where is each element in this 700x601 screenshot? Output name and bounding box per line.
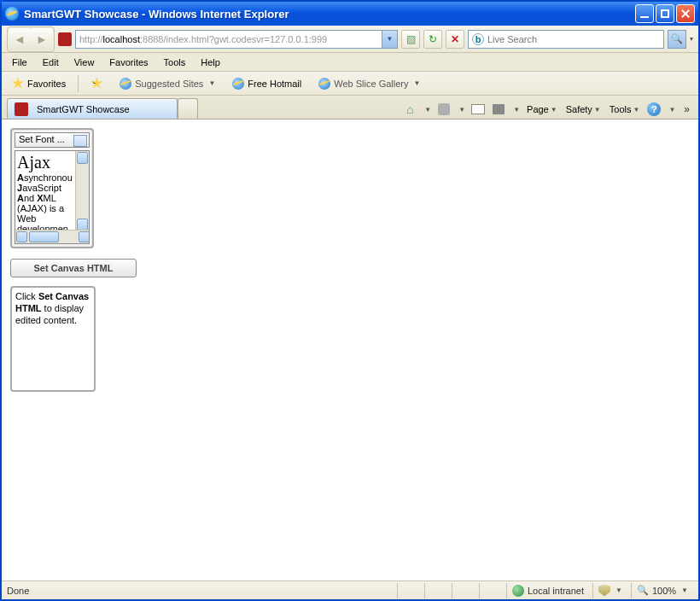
- browser-window: SmartGWT Showcase - Windows Internet Exp…: [0, 0, 700, 601]
- address-dropdown[interactable]: ▼: [382, 30, 398, 49]
- back-button[interactable]: ◄: [9, 28, 31, 50]
- close-button[interactable]: [676, 4, 695, 23]
- favorites-button[interactable]: Favorites: [7, 76, 71, 91]
- read-mail-icon[interactable]: [470, 102, 486, 117]
- rich-text-area[interactable]: Ajax Asynchronou JavaScript And XML (AJA…: [15, 150, 90, 244]
- favorites-bar: Favorites Suggested Sites ▼ Free Hotmail…: [2, 72, 698, 96]
- free-hotmail-link[interactable]: Free Hotmail: [227, 76, 306, 91]
- suggested-sites-label: Suggested Sites: [135, 79, 203, 89]
- ie-icon: [232, 78, 244, 90]
- search-box[interactable]: b Live Search: [468, 30, 664, 49]
- editor-heading: Ajax: [17, 153, 50, 172]
- favorites-label: Favorites: [27, 79, 66, 89]
- menu-favorites[interactable]: Favorites: [102, 55, 155, 69]
- url-host: localhost: [103, 34, 140, 44]
- minimize-button[interactable]: [635, 4, 654, 23]
- menu-file[interactable]: File: [5, 55, 34, 69]
- feeds-icon[interactable]: [436, 102, 452, 117]
- search-placeholder: Live Search: [487, 34, 537, 44]
- star-plus-icon: [90, 78, 102, 90]
- search-button[interactable]: 🔍: [668, 30, 686, 49]
- status-cell: [479, 583, 503, 598]
- chevron-down-icon: ▼: [208, 79, 215, 87]
- status-cell: [397, 583, 421, 598]
- web-slice-label: Web Slice Gallery: [334, 79, 408, 89]
- bing-icon: b: [472, 33, 484, 45]
- web-slice-link[interactable]: Web Slice Gallery ▼: [313, 76, 425, 91]
- set-canvas-button-label: Set Canvas HTML: [34, 263, 114, 273]
- stop-button[interactable]: ✕: [446, 30, 464, 49]
- ie-icon: [318, 78, 330, 90]
- free-hotmail-label: Free Hotmail: [248, 79, 301, 89]
- status-text: Done: [7, 586, 29, 596]
- ie-icon: [120, 78, 131, 90]
- zoom-control[interactable]: 100% ▼: [631, 583, 693, 598]
- menu-bar: File Edit View Favorites Tools Help: [2, 53, 698, 72]
- set-canvas-html-button[interactable]: Set Canvas HTML: [10, 259, 137, 277]
- safety-menu[interactable]: Safety▼: [564, 102, 603, 116]
- status-cell: [452, 583, 475, 598]
- zoom-level: 100%: [652, 586, 676, 596]
- site-icon: [15, 102, 28, 116]
- tab-smartgwt-showcase[interactable]: SmartGWT Showcase: [7, 98, 178, 119]
- security-zone[interactable]: Local intranet: [506, 583, 589, 598]
- menu-view[interactable]: View: [67, 55, 102, 69]
- tools-menu[interactable]: Tools▼: [608, 102, 642, 116]
- font-combo-label: Set Font ...: [19, 134, 65, 144]
- forward-button[interactable]: ►: [31, 28, 53, 50]
- tab-bar: SmartGWT Showcase ⌂▼ ▼ ▼ Page▼ Safety▼ T…: [2, 96, 698, 120]
- home-icon[interactable]: ⌂: [402, 102, 417, 117]
- tab-title: SmartGWT Showcase: [37, 104, 130, 114]
- chevron-down-icon: ▼: [413, 79, 420, 87]
- page-content: Set Font ... Ajax Asynchronou JavaScript…: [2, 120, 698, 581]
- status-bar: Done Local intranet ▼ 100% ▼: [2, 581, 698, 599]
- zoom-icon: [637, 585, 649, 596]
- page-menu[interactable]: Page▼: [525, 102, 559, 116]
- url-protocol: http://: [79, 34, 103, 44]
- shield-icon: [598, 585, 610, 597]
- window-title: SmartGWT Showcase - Windows Internet Exp…: [24, 8, 635, 20]
- site-icon: [58, 32, 72, 46]
- menu-help[interactable]: Help: [194, 55, 227, 69]
- nav-toolbar: ◄ ► http://localhost:8888/index.html?gwt…: [2, 26, 698, 53]
- print-icon[interactable]: [491, 102, 506, 117]
- zone-label: Local intranet: [528, 586, 584, 596]
- toolbar-overflow[interactable]: »: [680, 103, 693, 115]
- star-icon: [12, 78, 24, 90]
- globe-icon: [512, 585, 524, 597]
- add-favorite-button[interactable]: [85, 76, 108, 91]
- url-path: :8888/index.html?gwt.codesvr=127.0.0.1:9…: [140, 34, 327, 44]
- titlebar: SmartGWT Showcase - Windows Internet Exp…: [2, 2, 698, 26]
- address-bar[interactable]: http://localhost:8888/index.html?gwt.cod…: [75, 30, 382, 49]
- vertical-scrollbar[interactable]: [75, 151, 89, 231]
- font-combo[interactable]: Set Font ...: [15, 132, 90, 148]
- ie-logo-icon: [5, 7, 19, 20]
- new-tab-button[interactable]: [178, 98, 198, 119]
- refresh-button[interactable]: ↻: [423, 30, 442, 49]
- suggested-sites-link[interactable]: Suggested Sites ▼: [114, 76, 220, 91]
- compat-button[interactable]: ▧: [401, 30, 420, 49]
- menu-edit[interactable]: Edit: [36, 55, 66, 69]
- rich-text-editor: Set Font ... Ajax Asynchronou JavaScript…: [10, 128, 94, 248]
- status-cell: [424, 583, 448, 598]
- horizontal-scrollbar[interactable]: [15, 230, 90, 243]
- maximize-button[interactable]: [656, 4, 674, 23]
- protected-mode[interactable]: ▼: [592, 583, 627, 598]
- help-icon[interactable]: ?: [646, 102, 662, 117]
- menu-tools[interactable]: Tools: [157, 55, 193, 69]
- canvas-text-1: Click: [15, 291, 38, 301]
- canvas-output: Click Set Canvas HTML to display edited …: [10, 286, 96, 392]
